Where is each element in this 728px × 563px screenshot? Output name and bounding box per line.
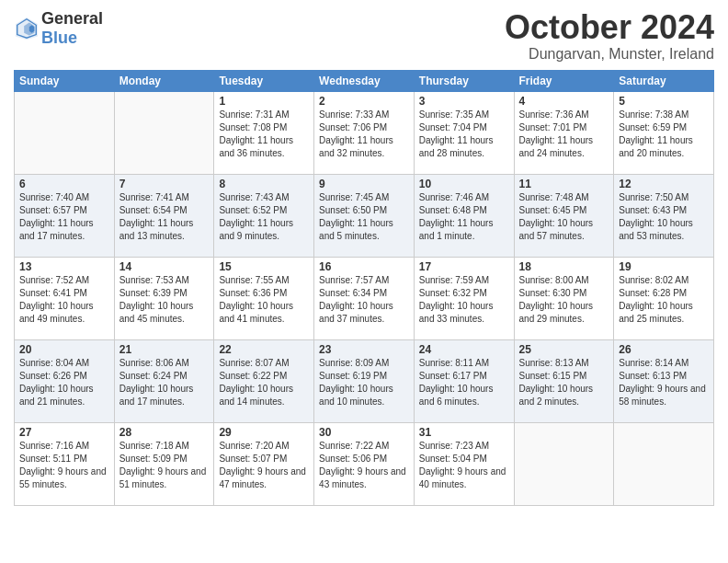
table-cell: 4Sunrise: 7:36 AM Sunset: 7:01 PM Daylig… <box>514 91 614 174</box>
weekday-sunday: Sunday <box>15 70 115 91</box>
table-cell: 8Sunrise: 7:43 AM Sunset: 6:52 PM Daylig… <box>214 174 314 257</box>
logo-icon <box>14 16 40 41</box>
table-cell: 13Sunrise: 7:52 AM Sunset: 6:41 PM Dayli… <box>15 257 115 339</box>
day-number: 10 <box>419 178 509 190</box>
day-number: 27 <box>19 426 109 439</box>
table-cell: 12Sunrise: 7:50 AM Sunset: 6:43 PM Dayli… <box>614 174 714 257</box>
day-detail: Sunrise: 8:07 AM Sunset: 6:22 PM Dayligh… <box>219 357 309 408</box>
day-number: 22 <box>219 343 309 356</box>
day-number: 18 <box>519 260 609 273</box>
table-cell: 31Sunrise: 7:23 AM Sunset: 5:04 PM Dayli… <box>414 422 514 505</box>
day-number: 29 <box>219 426 309 439</box>
table-cell: 5Sunrise: 7:38 AM Sunset: 6:59 PM Daylig… <box>614 91 714 174</box>
weekday-row: Sunday Monday Tuesday Wednesday Thursday… <box>15 70 714 91</box>
table-cell: 24Sunrise: 8:11 AM Sunset: 6:17 PM Dayli… <box>414 339 514 422</box>
table-cell: 16Sunrise: 7:57 AM Sunset: 6:34 PM Dayli… <box>314 257 415 339</box>
table-cell: 6Sunrise: 7:40 AM Sunset: 6:57 PM Daylig… <box>15 174 115 257</box>
day-detail: Sunrise: 7:46 AM Sunset: 6:48 PM Dayligh… <box>419 191 509 243</box>
day-detail: Sunrise: 7:55 AM Sunset: 6:36 PM Dayligh… <box>219 274 309 326</box>
day-number: 28 <box>119 426 210 439</box>
table-cell: 21Sunrise: 8:06 AM Sunset: 6:24 PM Dayli… <box>114 339 214 422</box>
day-detail: Sunrise: 7:52 AM Sunset: 6:41 PM Dayligh… <box>19 274 109 326</box>
day-detail: Sunrise: 7:40 AM Sunset: 6:57 PM Dayligh… <box>19 191 109 243</box>
table-cell <box>114 91 214 174</box>
day-detail: Sunrise: 7:20 AM Sunset: 5:07 PM Dayligh… <box>219 440 309 491</box>
day-number: 30 <box>319 426 409 439</box>
table-row: 27Sunrise: 7:16 AM Sunset: 5:11 PM Dayli… <box>15 422 714 505</box>
table-cell: 20Sunrise: 8:04 AM Sunset: 6:26 PM Dayli… <box>15 339 115 422</box>
page: General Blue October 2024 Dungarvan, Mun… <box>0 0 728 563</box>
header: General Blue October 2024 Dungarvan, Mun… <box>14 9 714 63</box>
day-number: 9 <box>319 178 409 190</box>
weekday-thursday: Thursday <box>414 70 514 91</box>
table-cell: 7Sunrise: 7:41 AM Sunset: 6:54 PM Daylig… <box>114 174 214 257</box>
day-detail: Sunrise: 8:11 AM Sunset: 6:17 PM Dayligh… <box>419 357 509 408</box>
day-number: 1 <box>219 95 309 108</box>
day-detail: Sunrise: 8:02 AM Sunset: 6:28 PM Dayligh… <box>619 274 709 326</box>
day-detail: Sunrise: 7:53 AM Sunset: 6:39 PM Dayligh… <box>119 274 210 326</box>
table-cell: 3Sunrise: 7:35 AM Sunset: 7:04 PM Daylig… <box>414 91 514 174</box>
day-number: 6 <box>19 178 109 190</box>
day-detail: Sunrise: 7:41 AM Sunset: 6:54 PM Dayligh… <box>119 191 210 243</box>
logo: General Blue <box>14 9 103 48</box>
day-detail: Sunrise: 8:04 AM Sunset: 6:26 PM Dayligh… <box>19 357 109 408</box>
day-detail: Sunrise: 7:48 AM Sunset: 6:45 PM Dayligh… <box>519 191 609 243</box>
logo-blue-text: Blue <box>41 29 103 48</box>
day-number: 2 <box>319 95 409 108</box>
day-detail: Sunrise: 8:13 AM Sunset: 6:15 PM Dayligh… <box>519 357 609 408</box>
day-number: 16 <box>319 260 409 273</box>
calendar: Sunday Monday Tuesday Wednesday Thursday… <box>14 70 714 506</box>
table-cell: 28Sunrise: 7:18 AM Sunset: 5:09 PM Dayli… <box>114 422 214 505</box>
day-number: 13 <box>19 260 109 273</box>
table-cell: 25Sunrise: 8:13 AM Sunset: 6:15 PM Dayli… <box>514 339 614 422</box>
day-detail: Sunrise: 7:16 AM Sunset: 5:11 PM Dayligh… <box>19 440 109 491</box>
logo-text: General Blue <box>41 9 103 48</box>
table-cell: 18Sunrise: 8:00 AM Sunset: 6:30 PM Dayli… <box>514 257 614 339</box>
table-cell <box>15 91 115 174</box>
day-number: 7 <box>119 178 210 190</box>
day-detail: Sunrise: 7:18 AM Sunset: 5:09 PM Dayligh… <box>119 440 210 491</box>
table-cell: 10Sunrise: 7:46 AM Sunset: 6:48 PM Dayli… <box>414 174 514 257</box>
weekday-tuesday: Tuesday <box>214 70 314 91</box>
table-cell <box>614 422 714 505</box>
day-number: 3 <box>419 95 509 108</box>
day-detail: Sunrise: 7:43 AM Sunset: 6:52 PM Dayligh… <box>219 191 309 243</box>
day-detail: Sunrise: 8:14 AM Sunset: 6:13 PM Dayligh… <box>619 357 709 408</box>
day-number: 8 <box>219 178 309 190</box>
logo-general-text: General <box>41 9 103 29</box>
table-cell: 17Sunrise: 7:59 AM Sunset: 6:32 PM Dayli… <box>414 257 514 339</box>
table-cell: 19Sunrise: 8:02 AM Sunset: 6:28 PM Dayli… <box>614 257 714 339</box>
table-cell: 23Sunrise: 8:09 AM Sunset: 6:19 PM Dayli… <box>314 339 415 422</box>
weekday-monday: Monday <box>114 70 214 91</box>
day-detail: Sunrise: 7:31 AM Sunset: 7:08 PM Dayligh… <box>219 109 309 160</box>
day-number: 24 <box>419 343 509 356</box>
day-number: 11 <box>519 178 609 190</box>
day-number: 19 <box>619 260 709 273</box>
weekday-friday: Friday <box>514 70 614 91</box>
day-number: 15 <box>219 260 309 273</box>
table-cell: 30Sunrise: 7:22 AM Sunset: 5:06 PM Dayli… <box>314 422 415 505</box>
day-detail: Sunrise: 7:45 AM Sunset: 6:50 PM Dayligh… <box>319 191 409 243</box>
table-row: 20Sunrise: 8:04 AM Sunset: 6:26 PM Dayli… <box>15 339 714 422</box>
day-detail: Sunrise: 7:59 AM Sunset: 6:32 PM Dayligh… <box>419 274 509 326</box>
day-number: 12 <box>619 178 709 190</box>
weekday-saturday: Saturday <box>614 70 714 91</box>
day-detail: Sunrise: 8:00 AM Sunset: 6:30 PM Dayligh… <box>519 274 609 326</box>
day-number: 31 <box>419 426 509 439</box>
day-detail: Sunrise: 7:33 AM Sunset: 7:06 PM Dayligh… <box>319 109 409 160</box>
day-detail: Sunrise: 7:57 AM Sunset: 6:34 PM Dayligh… <box>319 274 409 326</box>
weekday-wednesday: Wednesday <box>314 70 415 91</box>
day-detail: Sunrise: 7:22 AM Sunset: 5:06 PM Dayligh… <box>319 440 409 491</box>
table-cell: 14Sunrise: 7:53 AM Sunset: 6:39 PM Dayli… <box>114 257 214 339</box>
table-cell: 2Sunrise: 7:33 AM Sunset: 7:06 PM Daylig… <box>314 91 415 174</box>
day-number: 25 <box>519 343 609 356</box>
table-cell: 22Sunrise: 8:07 AM Sunset: 6:22 PM Dayli… <box>214 339 314 422</box>
table-row: 6Sunrise: 7:40 AM Sunset: 6:57 PM Daylig… <box>15 174 714 257</box>
day-detail: Sunrise: 8:06 AM Sunset: 6:24 PM Dayligh… <box>119 357 210 408</box>
day-number: 4 <box>519 95 609 108</box>
day-detail: Sunrise: 7:35 AM Sunset: 7:04 PM Dayligh… <box>419 109 509 160</box>
day-detail: Sunrise: 8:09 AM Sunset: 6:19 PM Dayligh… <box>319 357 409 408</box>
title-block: October 2024 Dungarvan, Munster, Ireland <box>505 9 714 63</box>
day-number: 20 <box>19 343 109 356</box>
calendar-header: Sunday Monday Tuesday Wednesday Thursday… <box>15 70 714 91</box>
